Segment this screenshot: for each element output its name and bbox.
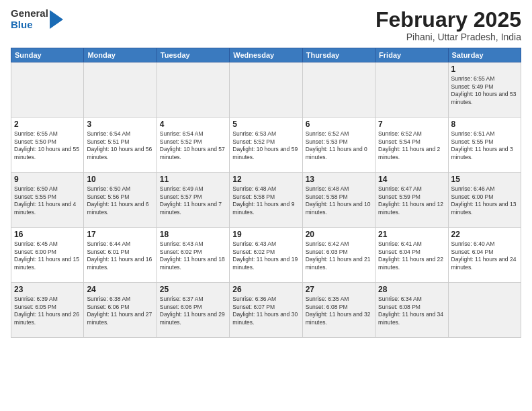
day-number: 19 (232, 230, 299, 239)
day-info: Sunrise: 6:35 AM Sunset: 6:08 PM Dayligh… (306, 295, 372, 326)
calendar-cell: 21Sunrise: 6:41 AM Sunset: 6:04 PM Dayli… (375, 228, 448, 283)
col-header-saturday: Saturday (448, 48, 521, 62)
logo-general: General (11, 8, 48, 19)
calendar-cell: 23Sunrise: 6:39 AM Sunset: 6:05 PM Dayli… (11, 283, 84, 338)
day-number: 5 (232, 120, 299, 129)
calendar-cell (230, 62, 302, 118)
calendar-cell: 16Sunrise: 6:45 AM Sunset: 6:00 PM Dayli… (11, 228, 84, 283)
day-info: Sunrise: 6:34 AM Sunset: 6:08 PM Dayligh… (378, 295, 445, 326)
day-number: 20 (306, 230, 372, 239)
calendar-cell: 9Sunrise: 6:50 AM Sunset: 5:55 PM Daylig… (11, 173, 84, 228)
day-info: Sunrise: 6:40 AM Sunset: 6:04 PM Dayligh… (451, 240, 518, 271)
header: General Blue February 2025 Pihani, Uttar… (11, 8, 521, 42)
day-info: Sunrise: 6:47 AM Sunset: 5:59 PM Dayligh… (378, 185, 445, 216)
calendar-cell (302, 62, 375, 118)
day-info: Sunrise: 6:52 AM Sunset: 5:53 PM Dayligh… (306, 130, 372, 161)
day-number: 28 (378, 285, 445, 294)
calendar-cell: 11Sunrise: 6:49 AM Sunset: 5:57 PM Dayli… (157, 173, 229, 228)
day-number: 9 (14, 175, 81, 184)
day-number: 26 (232, 285, 299, 294)
svg-marker-0 (50, 10, 63, 29)
day-info: Sunrise: 6:41 AM Sunset: 6:04 PM Dayligh… (378, 240, 445, 271)
calendar-week-2: 9Sunrise: 6:50 AM Sunset: 5:55 PM Daylig… (11, 173, 521, 228)
day-info: Sunrise: 6:54 AM Sunset: 5:51 PM Dayligh… (87, 130, 153, 161)
calendar-cell (157, 62, 229, 118)
calendar-cell: 14Sunrise: 6:47 AM Sunset: 5:59 PM Dayli… (375, 173, 448, 228)
calendar-week-3: 16Sunrise: 6:45 AM Sunset: 6:00 PM Dayli… (11, 228, 521, 283)
day-info: Sunrise: 6:37 AM Sunset: 6:06 PM Dayligh… (160, 295, 226, 326)
day-info: Sunrise: 6:55 AM Sunset: 5:49 PM Dayligh… (451, 75, 518, 106)
col-header-tuesday: Tuesday (157, 48, 229, 62)
day-number: 8 (451, 120, 518, 129)
day-info: Sunrise: 6:46 AM Sunset: 6:00 PM Dayligh… (451, 185, 518, 216)
day-info: Sunrise: 6:49 AM Sunset: 5:57 PM Dayligh… (160, 185, 226, 216)
calendar-cell: 4Sunrise: 6:54 AM Sunset: 5:52 PM Daylig… (157, 118, 229, 173)
calendar-cell: 5Sunrise: 6:53 AM Sunset: 5:52 PM Daylig… (230, 118, 302, 173)
day-info: Sunrise: 6:50 AM Sunset: 5:55 PM Dayligh… (14, 185, 81, 216)
calendar-cell: 7Sunrise: 6:52 AM Sunset: 5:54 PM Daylig… (375, 118, 448, 173)
calendar-cell: 10Sunrise: 6:50 AM Sunset: 5:56 PM Dayli… (84, 173, 157, 228)
day-info: Sunrise: 6:53 AM Sunset: 5:52 PM Dayligh… (232, 130, 299, 161)
title-block: February 2025 Pihani, Uttar Pradesh, Ind… (375, 8, 521, 42)
calendar-cell: 20Sunrise: 6:42 AM Sunset: 6:03 PM Dayli… (302, 228, 375, 283)
day-number: 18 (160, 230, 226, 239)
calendar-cell: 13Sunrise: 6:48 AM Sunset: 5:58 PM Dayli… (302, 173, 375, 228)
day-number: 27 (306, 285, 372, 294)
calendar-cell (375, 62, 448, 118)
day-number: 2 (14, 120, 81, 129)
calendar-cell: 12Sunrise: 6:48 AM Sunset: 5:58 PM Dayli… (230, 173, 302, 228)
day-number: 24 (87, 285, 153, 294)
calendar-cell: 3Sunrise: 6:54 AM Sunset: 5:51 PM Daylig… (84, 118, 157, 173)
day-number: 10 (87, 175, 153, 184)
day-info: Sunrise: 6:43 AM Sunset: 6:02 PM Dayligh… (232, 240, 299, 271)
day-info: Sunrise: 6:44 AM Sunset: 6:01 PM Dayligh… (87, 240, 153, 271)
col-header-friday: Friday (375, 48, 448, 62)
day-info: Sunrise: 6:54 AM Sunset: 5:52 PM Dayligh… (160, 130, 226, 161)
calendar-cell: 15Sunrise: 6:46 AM Sunset: 6:00 PM Dayli… (448, 173, 521, 228)
calendar-cell (84, 62, 157, 118)
day-number: 23 (14, 285, 81, 294)
day-number: 11 (160, 175, 226, 184)
day-info: Sunrise: 6:52 AM Sunset: 5:54 PM Dayligh… (378, 130, 445, 161)
day-number: 21 (378, 230, 445, 239)
logo-text: General Blue (11, 8, 48, 30)
calendar-cell: 18Sunrise: 6:43 AM Sunset: 6:02 PM Dayli… (157, 228, 229, 283)
calendar: SundayMondayTuesdayWednesdayThursdayFrid… (11, 48, 521, 338)
calendar-cell: 8Sunrise: 6:51 AM Sunset: 5:55 PM Daylig… (448, 118, 521, 173)
calendar-cell (11, 62, 84, 118)
calendar-cell: 19Sunrise: 6:43 AM Sunset: 6:02 PM Dayli… (230, 228, 302, 283)
calendar-week-4: 23Sunrise: 6:39 AM Sunset: 6:05 PM Dayli… (11, 283, 521, 338)
month-title: February 2025 (375, 8, 521, 32)
day-info: Sunrise: 6:48 AM Sunset: 5:58 PM Dayligh… (232, 185, 299, 216)
day-number: 6 (306, 120, 372, 129)
day-number: 14 (378, 175, 445, 184)
logo: General Blue (11, 8, 63, 30)
day-info: Sunrise: 6:55 AM Sunset: 5:50 PM Dayligh… (14, 130, 81, 161)
calendar-cell: 28Sunrise: 6:34 AM Sunset: 6:08 PM Dayli… (375, 283, 448, 338)
day-info: Sunrise: 6:51 AM Sunset: 5:55 PM Dayligh… (451, 130, 518, 161)
day-info: Sunrise: 6:48 AM Sunset: 5:58 PM Dayligh… (306, 185, 372, 216)
calendar-cell: 17Sunrise: 6:44 AM Sunset: 6:01 PM Dayli… (84, 228, 157, 283)
day-number: 1 (451, 64, 518, 74)
day-number: 16 (14, 230, 81, 239)
calendar-week-1: 2Sunrise: 6:55 AM Sunset: 5:50 PM Daylig… (11, 118, 521, 173)
calendar-cell: 6Sunrise: 6:52 AM Sunset: 5:53 PM Daylig… (302, 118, 375, 173)
calendar-cell: 25Sunrise: 6:37 AM Sunset: 6:06 PM Dayli… (157, 283, 229, 338)
day-info: Sunrise: 6:42 AM Sunset: 6:03 PM Dayligh… (306, 240, 372, 271)
calendar-cell: 2Sunrise: 6:55 AM Sunset: 5:50 PM Daylig… (11, 118, 84, 173)
day-info: Sunrise: 6:36 AM Sunset: 6:07 PM Dayligh… (232, 295, 299, 326)
col-header-thursday: Thursday (302, 48, 375, 62)
page: General Blue February 2025 Pihani, Uttar… (0, 0, 532, 411)
calendar-week-0: 1Sunrise: 6:55 AM Sunset: 5:49 PM Daylig… (11, 62, 521, 118)
location: Pihani, Uttar Pradesh, India (375, 32, 521, 42)
col-header-monday: Monday (84, 48, 157, 62)
day-number: 22 (451, 230, 518, 239)
logo-blue: Blue (11, 19, 48, 31)
calendar-cell: 22Sunrise: 6:40 AM Sunset: 6:04 PM Dayli… (448, 228, 521, 283)
calendar-cell: 24Sunrise: 6:38 AM Sunset: 6:06 PM Dayli… (84, 283, 157, 338)
col-header-wednesday: Wednesday (230, 48, 302, 62)
logo-icon (50, 10, 63, 29)
col-header-sunday: Sunday (11, 48, 84, 62)
day-number: 3 (87, 120, 153, 129)
day-info: Sunrise: 6:50 AM Sunset: 5:56 PM Dayligh… (87, 185, 153, 216)
